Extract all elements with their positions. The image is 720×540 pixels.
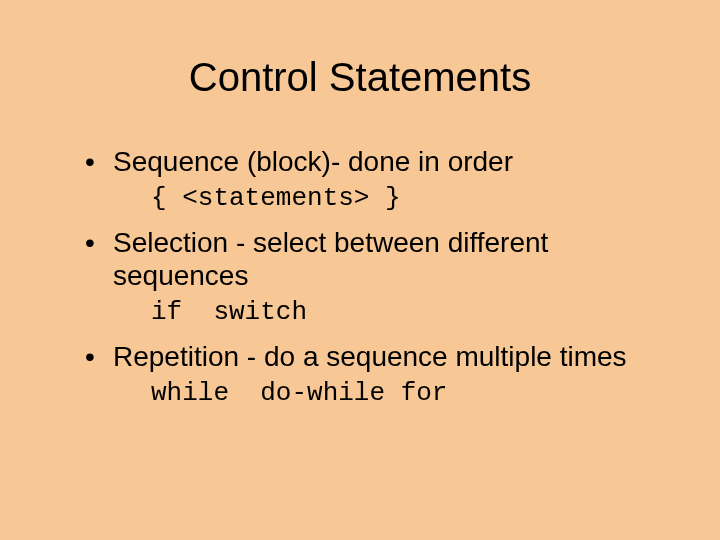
code-line: if switch (151, 297, 660, 328)
bullet-text: Selection - select between different seq… (113, 227, 548, 292)
code-line: { <statements> } (151, 183, 660, 214)
bullet-list: Sequence (block)- done in order { <state… (60, 145, 660, 409)
bullet-text: Repetition - do a sequence multiple time… (113, 341, 627, 372)
slide-title: Control Statements (60, 55, 660, 100)
bullet-item: Selection - select between different seq… (85, 226, 660, 328)
bullet-item: Repetition - do a sequence multiple time… (85, 340, 660, 409)
code-line: while do-while for (151, 378, 660, 409)
bullet-item: Sequence (block)- done in order { <state… (85, 145, 660, 214)
bullet-text: Sequence (block)- done in order (113, 146, 513, 177)
slide: Control Statements Sequence (block)- don… (0, 0, 720, 540)
